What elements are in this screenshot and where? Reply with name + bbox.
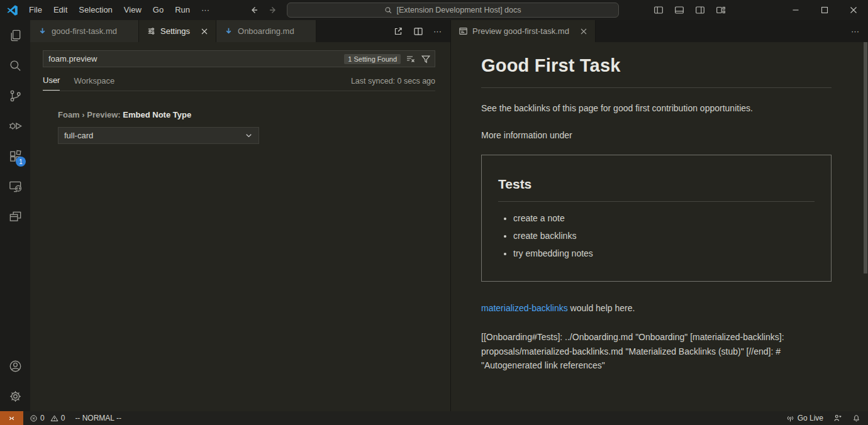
divider xyxy=(498,201,815,202)
embedded-note-card: Tests create a note create backlinks try… xyxy=(481,155,832,282)
account-icon xyxy=(8,359,23,373)
activity-source-control[interactable] xyxy=(0,80,30,111)
settings-count-badge: 1 Setting Found xyxy=(344,54,401,64)
preview-more-info: More information under xyxy=(481,129,832,142)
search-icon xyxy=(8,58,23,73)
close-tab-icon[interactable] xyxy=(201,28,208,35)
tab-label: good-first-task.md xyxy=(52,26,117,36)
markdown-file-icon xyxy=(224,26,233,36)
person-feedback-icon xyxy=(833,414,842,422)
windows-icon xyxy=(8,209,23,224)
window-controls xyxy=(781,0,868,20)
extensions-badge: 1 xyxy=(16,157,26,167)
activity-windows[interactable] xyxy=(0,201,30,231)
problems-status[interactable]: 0 0 xyxy=(30,414,65,422)
open-settings-json-icon[interactable] xyxy=(393,26,403,36)
preview-title: Good First Task xyxy=(481,52,832,80)
files-icon xyxy=(8,28,23,43)
broadcast-icon xyxy=(786,414,794,422)
tab-settings[interactable]: Settings xyxy=(139,20,216,42)
preview-icon xyxy=(459,26,468,36)
search-icon xyxy=(384,6,392,14)
activity-explorer[interactable] xyxy=(0,20,30,50)
menubar: File Edit Selection View Go Run ··· xyxy=(23,1,215,19)
editor-group-left: good-first-task.md Settings Onboarding.m… xyxy=(30,20,450,411)
setting-name: Embed Note Type xyxy=(123,110,191,119)
menu-run[interactable]: Run xyxy=(169,1,196,19)
menu-edit[interactable]: Edit xyxy=(48,1,73,19)
remote-indicator[interactable] xyxy=(0,411,23,425)
scope-tab-user[interactable]: User xyxy=(43,75,60,91)
link-references-text: [[Onboarding#Tests]: ../Onboarding.md "O… xyxy=(481,330,832,373)
history-navigation xyxy=(249,0,278,20)
materialized-backlinks-link[interactable]: materialized-backlinks xyxy=(481,303,568,313)
vim-mode-indicator[interactable]: -- NORMAL -- xyxy=(75,414,121,422)
embed-note-type-select[interactable]: full-card xyxy=(58,127,259,144)
list-item: create a note xyxy=(513,212,815,225)
customize-layout-icon[interactable] xyxy=(716,5,726,15)
settings-editor: 1 Setting Found User Workspace Last sync… xyxy=(30,42,450,411)
debug-icon xyxy=(8,119,23,133)
filter-icon[interactable] xyxy=(421,54,431,64)
activity-bar: 1 xyxy=(0,20,30,411)
editor-actions-left: ··· xyxy=(393,20,450,42)
activity-settings[interactable] xyxy=(0,381,30,411)
setting-label: Foam › Preview: Embed Note Type xyxy=(58,110,435,119)
menu-view[interactable]: View xyxy=(118,1,147,19)
preview-scrollbar[interactable] xyxy=(864,42,867,273)
clear-search-icon[interactable] xyxy=(406,54,416,64)
link-tail-text: would help here. xyxy=(568,303,635,313)
bell-icon xyxy=(852,414,860,422)
tab-onboarding[interactable]: Onboarding.md xyxy=(216,20,316,42)
forward-arrow-icon[interactable] xyxy=(268,5,278,15)
close-window-button[interactable] xyxy=(839,0,868,20)
notifications-button[interactable] xyxy=(852,414,860,422)
embed-card-list: create a note create backlinks try embed… xyxy=(498,212,815,260)
go-live-button[interactable]: Go Live xyxy=(786,414,823,422)
close-tab-icon[interactable] xyxy=(580,28,587,35)
settings-search-box: 1 Setting Found xyxy=(43,50,435,67)
menu-go[interactable]: Go xyxy=(147,1,169,19)
toggle-panel-icon[interactable] xyxy=(674,5,684,15)
toggle-secondary-sidebar-icon[interactable] xyxy=(695,5,705,15)
vscode-logo-icon xyxy=(6,4,18,16)
remote-icon xyxy=(8,414,16,422)
markdown-file-icon xyxy=(38,26,47,36)
command-center-search[interactable]: [Extension Development Host] docs xyxy=(287,3,619,18)
tab-label: Onboarding.md xyxy=(238,26,294,36)
maximize-button[interactable] xyxy=(810,0,839,20)
tab-preview-good-first-task[interactable]: Preview good-first-task.md xyxy=(451,20,596,42)
activity-accounts[interactable] xyxy=(0,351,30,381)
menu-selection[interactable]: Selection xyxy=(73,1,118,19)
settings-search-input[interactable] xyxy=(48,54,344,63)
setting-item-embed-note-type: Foam › Preview: Embed Note Type full-car… xyxy=(58,110,435,144)
remote-explorer-icon xyxy=(8,179,23,194)
more-actions-icon[interactable]: ··· xyxy=(851,26,859,36)
error-icon xyxy=(30,414,38,422)
tabbar-left: good-first-task.md Settings Onboarding.m… xyxy=(30,20,450,42)
vscode-window: File Edit Selection View Go Run ··· [Ext… xyxy=(0,0,868,425)
activity-search[interactable] xyxy=(0,50,30,80)
settings-scope-tabs: User Workspace Last synced: 0 secs ago xyxy=(43,67,435,91)
editor-actions-right: ··· xyxy=(851,20,868,42)
split-editor-icon[interactable] xyxy=(413,26,423,36)
tab-good-first-task[interactable]: good-first-task.md xyxy=(30,20,139,42)
menu-file[interactable]: File xyxy=(23,1,48,19)
tabbar-right: Preview good-first-task.md ··· xyxy=(451,20,868,42)
toggle-primary-sidebar-icon[interactable] xyxy=(654,5,664,15)
minimize-button[interactable] xyxy=(781,0,810,20)
settings-search-actions xyxy=(406,54,431,64)
window-title: [Extension Development Host] docs xyxy=(396,6,521,14)
more-actions-icon[interactable]: ··· xyxy=(433,26,442,36)
activity-run-debug[interactable] xyxy=(0,111,30,141)
backlink-paragraph: materialized-backlinks would help here. xyxy=(481,302,832,315)
menu-more[interactable]: ··· xyxy=(196,1,215,19)
back-arrow-icon[interactable] xyxy=(249,5,259,15)
settings-editor-icon xyxy=(147,26,156,36)
status-bar: 0 0 -- NORMAL -- Go Live xyxy=(0,411,868,425)
feedback-button[interactable] xyxy=(833,414,842,422)
source-control-icon xyxy=(8,89,23,103)
activity-extensions[interactable]: 1 xyxy=(0,141,30,171)
activity-remote-explorer[interactable] xyxy=(0,171,30,201)
scope-tab-workspace[interactable]: Workspace xyxy=(74,76,114,91)
